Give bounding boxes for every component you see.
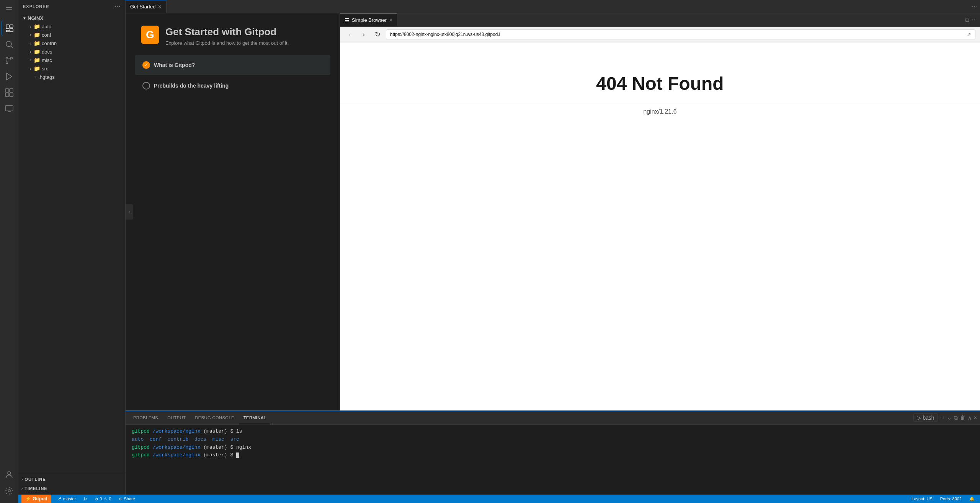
sidebar-title: EXPLORER (23, 4, 49, 9)
bash-label: bash (923, 415, 934, 421)
timeline-header[interactable]: › TIMELINE (18, 485, 125, 492)
sidebar-more-icon[interactable]: ··· (114, 3, 121, 10)
hgtags-arrow: › (28, 74, 34, 80)
browser-tab-more-icon[interactable]: ··· (972, 16, 977, 23)
browser-tab-spacer (397, 13, 961, 26)
tree-item-contrib[interactable]: › 📁 contrib (18, 39, 125, 47)
timeline-section: › TIMELINE (18, 484, 125, 493)
collapse-button[interactable]: ‹ (126, 204, 133, 220)
tab-get-started-close[interactable]: × (158, 4, 161, 10)
tab-get-started[interactable]: Get Started × (126, 0, 167, 13)
tab-problems[interactable]: PROBLEMS (129, 411, 163, 424)
close-terminal-icon[interactable]: × (974, 415, 977, 421)
warning-icon: ⚠ (103, 496, 107, 501)
browser-tab-label: Simple Browser (352, 17, 387, 23)
status-errors[interactable]: ⊘ 0 ⚠ 0 (92, 495, 113, 503)
run-debug-icon[interactable] (2, 69, 17, 84)
svg-line-5 (11, 46, 13, 49)
search-icon[interactable] (2, 37, 17, 52)
forward-button[interactable]: › (358, 29, 369, 40)
get-started-header: G Get Started with Gitpod Explore what G… (126, 13, 340, 55)
source-control-icon[interactable] (2, 53, 17, 68)
explorer-icon[interactable] (2, 21, 17, 36)
sidebar-header: EXPLORER ··· (18, 0, 125, 13)
browser-tab-close[interactable]: × (389, 17, 392, 24)
svg-point-18 (8, 490, 10, 492)
gs-item-done-icon: ✓ (142, 61, 150, 69)
terminal-cursor (236, 453, 239, 458)
new-terminal-icon[interactable]: + (942, 415, 945, 421)
maximize-terminal-icon[interactable]: ∧ (968, 415, 972, 421)
split-editor-icon[interactable]: ⧉ (965, 16, 969, 23)
error-icon: ⊘ (95, 496, 98, 501)
tree-item-auto[interactable]: › 📁 auto (18, 22, 125, 31)
status-notifications[interactable]: 🔔 (967, 495, 977, 503)
extensions-icon[interactable] (2, 85, 17, 100)
status-branch[interactable]: ⎇ master (54, 495, 78, 503)
gitpod-label: Gitpod (33, 496, 47, 501)
tree-item-src[interactable]: › 📁 src (18, 64, 125, 73)
tree-folder-nginx[interactable]: ▼ NGINX (18, 14, 125, 22)
sidebar: EXPLORER ··· ▼ NGINX › 📁 auto › (18, 0, 126, 495)
account-icon[interactable] (2, 467, 17, 482)
browser-content: 404 Not Found nginx/1.21.6 (340, 42, 980, 410)
status-sync[interactable]: ↻ (81, 495, 89, 503)
svg-rect-13 (10, 93, 13, 96)
terminal-dropdown-icon[interactable]: ⌄ (947, 415, 952, 421)
simple-browser-panel: ☰ Simple Browser × ⧉ ··· ‹ › (340, 13, 980, 410)
tree-item-docs[interactable]: › 📁 docs (18, 47, 125, 56)
svg-point-17 (8, 472, 11, 475)
server-info: nginx/1.21.6 (643, 108, 676, 115)
gs-item-what-is-gitpod[interactable]: ✓ What is Gitpod? (135, 55, 330, 75)
hamburger-menu-icon[interactable] (2, 2, 17, 17)
get-started-panel: ‹ G Get Started with Gitpod Explore what… (126, 13, 340, 410)
bell-icon: 🔔 (969, 496, 975, 501)
svg-rect-3 (6, 30, 9, 32)
activity-bar-bottom (2, 467, 17, 501)
status-gitpod[interactable]: ⚡ Gitpod (21, 495, 51, 503)
tab-bar: Get Started × ··· (126, 0, 980, 13)
svg-point-4 (6, 41, 11, 47)
status-layout[interactable]: Layout: US (909, 495, 934, 503)
tree-item-hgtags[interactable]: › ≡ .hgtags (18, 73, 125, 81)
error-title: 404 Not Found (596, 73, 724, 94)
tab-debug-console[interactable]: DEBUG CONSOLE (190, 411, 238, 424)
svg-rect-2 (10, 29, 13, 32)
refresh-button[interactable]: ↻ (372, 29, 383, 40)
tab-terminal[interactable]: TERMINAL (239, 411, 271, 424)
term-line-2: auto conf contrib docs misc src (132, 436, 974, 444)
tab-actions: ··· (969, 0, 980, 13)
svg-rect-10 (5, 89, 9, 92)
term-line-4: gitpod /workspace/nginx (master) $ (132, 451, 974, 459)
status-share[interactable]: ⊕ Share (117, 495, 137, 503)
tab-simple-browser[interactable]: ☰ Simple Browser × (340, 13, 397, 26)
outline-header[interactable]: › OUTLINE (18, 476, 125, 482)
folder-icon: 📁 (34, 49, 40, 55)
back-button[interactable]: ‹ (345, 29, 355, 40)
gs-item-2-title: Prebuilds do the heavy lifting (154, 83, 229, 89)
svg-rect-12 (5, 93, 9, 96)
tab-more-icon[interactable]: ··· (972, 3, 977, 10)
url-bar[interactable]: https://8002-nginx-nginx-utk800jq21n.ws-… (386, 29, 975, 39)
open-external-icon[interactable]: ↗ (967, 31, 971, 37)
browser-tab-actions: ⧉ ··· (962, 13, 980, 26)
branch-label: master (63, 496, 76, 501)
kill-terminal-icon[interactable]: 🗑 (960, 415, 965, 421)
split-terminal-icon[interactable]: ⧉ (954, 415, 958, 421)
status-ports[interactable]: Ports: 8002 (938, 495, 964, 503)
term-line-1: gitpod /workspace/nginx (master) $ ls (132, 428, 974, 436)
remote-explorer-icon[interactable] (2, 101, 17, 116)
gs-item-prebuilds[interactable]: Prebuilds do the heavy lifting (135, 76, 330, 96)
folder-icon: 📁 (34, 65, 40, 72)
gs-item-1-title: What is Gitpod? (154, 62, 195, 68)
sidebar-header-icons: ··· (114, 3, 121, 10)
tab-output[interactable]: OUTPUT (163, 411, 190, 424)
tree-item-conf[interactable]: › 📁 conf (18, 31, 125, 39)
tree-item-misc[interactable]: › 📁 misc (18, 56, 125, 64)
settings-icon[interactable] (2, 483, 17, 498)
src-arrow: › (28, 65, 34, 72)
svg-rect-0 (6, 25, 9, 29)
get-started-title: Get Started with Gitpod (165, 26, 289, 39)
share-icon: ⊕ (119, 496, 122, 501)
gitpod-logo-letter: G (146, 29, 154, 41)
